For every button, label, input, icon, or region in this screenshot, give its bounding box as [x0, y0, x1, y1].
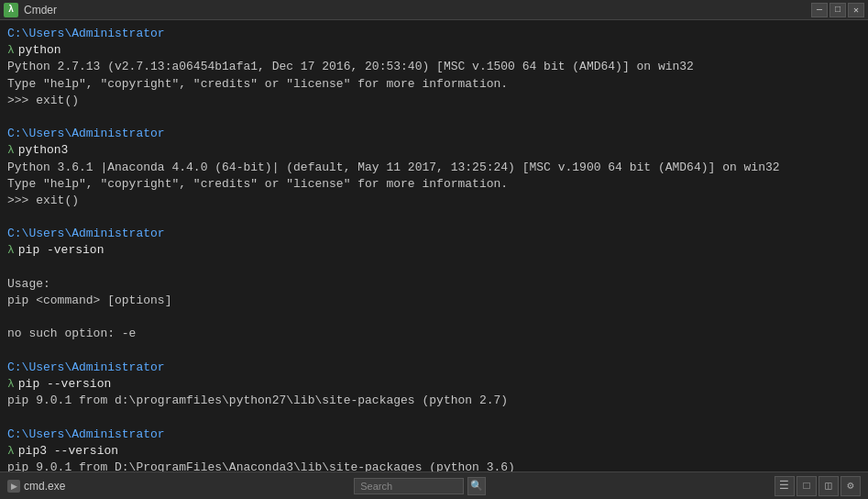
- cmder-window: λ Cmder — □ ✕ C:\Users\Administrator λ p…: [0, 0, 868, 499]
- line-2-cmd: λ python: [7, 42, 861, 59]
- line-17-output: pip <command> [options]: [7, 293, 861, 309]
- line-3-output: Python 2.7.13 (v2.7.13:a06454b1afa1, Dec…: [7, 59, 861, 75]
- line-7-path: C:\Users\Administrator: [7, 126, 861, 142]
- line-23-output: pip 9.0.1 from d:\programfiles\python27\…: [7, 393, 861, 409]
- line-26-cmd: λ pip3 --version: [7, 443, 861, 460]
- line-27-output: pip 9.0.1 from D:\ProgramFiles\Anaconda3…: [7, 460, 861, 471]
- line-25-path: C:\Users\Administrator: [7, 427, 861, 443]
- search-button[interactable]: 🔍: [467, 477, 486, 495]
- cmd-icon: ▶: [7, 480, 20, 493]
- line-13-path: C:\Users\Administrator: [7, 226, 861, 242]
- bottom-bar: ▶ cmd.exe 🔍 ☰ □ ◫ ⚙: [0, 471, 868, 499]
- line-1-path: C:\Users\Administrator: [7, 26, 861, 42]
- settings-button[interactable]: ⚙: [841, 476, 861, 496]
- line-9-output: Python 3.6.1 |Anaconda 4.4.0 (64-bit)| (…: [7, 160, 861, 176]
- search-input[interactable]: [354, 478, 464, 494]
- line-16-output: Usage:: [7, 276, 861, 293]
- bottom-right-buttons: ☰ □ ◫ ⚙: [775, 476, 861, 496]
- tab-cmd[interactable]: ▶ cmd.exe: [7, 480, 65, 493]
- menu-button[interactable]: ☰: [775, 476, 795, 496]
- line-5-output: >>> exit(): [7, 93, 861, 109]
- line-22-cmd: λ pip --version: [7, 376, 861, 393]
- title-bar-text: Cmder: [24, 4, 57, 17]
- line-14-cmd: λ pip -version: [7, 242, 861, 259]
- line-11-output: >>> exit(): [7, 193, 861, 209]
- app-icon: λ: [4, 3, 18, 17]
- terminal-body[interactable]: C:\Users\Administrator λ python Python 2…: [0, 20, 868, 471]
- line-21-path: C:\Users\Administrator: [7, 360, 861, 376]
- title-bar-buttons: — □ ✕: [811, 3, 864, 17]
- line-8-cmd: λ python3: [7, 142, 861, 159]
- line-4-output: Type "help", "copyright", "credits" or "…: [7, 76, 861, 93]
- line-10-output: Type "help", "copyright", "credits" or "…: [7, 176, 861, 193]
- search-box: 🔍: [354, 477, 486, 495]
- split-button[interactable]: ◫: [819, 476, 839, 496]
- title-bar: λ Cmder — □ ✕: [0, 0, 868, 20]
- maximize-button[interactable]: □: [830, 3, 846, 17]
- maximize-terminal-button[interactable]: □: [797, 476, 817, 496]
- title-bar-left: λ Cmder: [4, 3, 57, 17]
- tab-label: cmd.exe: [24, 480, 65, 493]
- close-button[interactable]: ✕: [848, 3, 864, 17]
- line-19-output: no such option: -e: [7, 326, 861, 342]
- minimize-button[interactable]: —: [811, 3, 828, 17]
